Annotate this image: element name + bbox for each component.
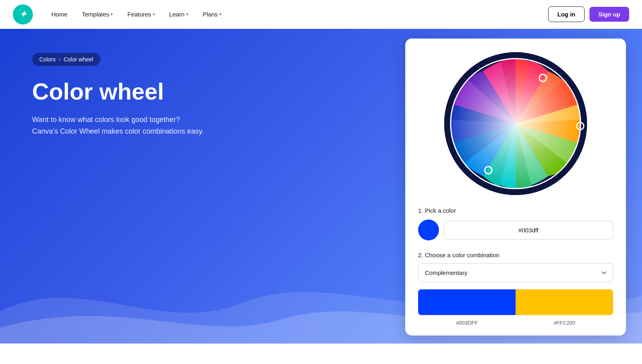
chevron-down-icon: ▾ xyxy=(219,12,221,16)
nav-links: Home Templates ▾ Features ▾ Learn ▾ Plan… xyxy=(46,8,548,21)
logo[interactable]: ✦ xyxy=(13,4,33,24)
chevron-down-icon: ▾ xyxy=(153,12,155,16)
color-wheel-svg[interactable] xyxy=(443,51,588,196)
breadcrumb-separator: › xyxy=(59,57,60,62)
color-swatch[interactable] xyxy=(418,220,439,240)
breadcrumb: Colors › Color wheel xyxy=(32,53,100,66)
breadcrumb-colors-link[interactable]: Colors xyxy=(39,56,55,63)
nav-features[interactable]: Features ▾ xyxy=(122,8,160,21)
logo-text: ✦ xyxy=(19,9,26,20)
hero-desc-line1: Want to know what colors look good toget… xyxy=(32,116,180,124)
nav-templates[interactable]: Templates ▾ xyxy=(76,8,118,21)
hero-title: Color wheel xyxy=(32,79,381,104)
swatch-label-2: #FFC200 xyxy=(516,320,613,326)
choose-combination-label: 2. Choose a color combination xyxy=(418,252,613,258)
swatch-yellow xyxy=(516,289,613,315)
nav-home-label: Home xyxy=(51,11,67,18)
wheel-wrapper xyxy=(443,51,588,196)
svg-point-2 xyxy=(451,59,581,189)
signup-button[interactable]: Sign up xyxy=(589,7,629,22)
swatches-labels: #003DFF #FFC200 xyxy=(418,320,613,326)
wheel-handle-right[interactable] xyxy=(577,122,584,130)
swatches-bar xyxy=(418,289,613,315)
swatch-blue xyxy=(418,289,516,315)
nav-plans[interactable]: Plans ▾ xyxy=(197,8,227,21)
hero-description: Want to know what colors look good toget… xyxy=(32,114,249,137)
nav-plans-label: Plans xyxy=(203,11,218,18)
chevron-down-icon: ▾ xyxy=(186,12,188,16)
nav-home[interactable]: Home xyxy=(46,8,73,21)
chevron-down-icon: ▾ xyxy=(111,12,113,16)
hero-desc-line2: Canva's Color Wheel makes color combinat… xyxy=(32,127,204,135)
lower-section: Color theory and the color wheel Ever wo… xyxy=(0,344,642,364)
wheel-container xyxy=(418,51,613,196)
nav-actions: Log in Sign up xyxy=(548,6,629,22)
wheel-handle-top[interactable] xyxy=(539,74,547,81)
hero-section: Colors › Color wheel Color wheel Want to… xyxy=(0,29,642,344)
swatch-label-1: #003DFF xyxy=(418,320,516,326)
color-picker-row xyxy=(418,220,613,240)
hero-left: Colors › Color wheel Color wheel Want to… xyxy=(0,29,397,344)
color-hex-input[interactable] xyxy=(444,221,613,240)
combination-select[interactable]: Complementary Monochromatic Analogous Tr… xyxy=(418,263,613,282)
breadcrumb-current: Color wheel xyxy=(63,56,93,63)
nav-features-label: Features xyxy=(127,11,151,18)
navbar: ✦ Home Templates ▾ Features ▾ Learn ▾ Pl… xyxy=(0,0,642,29)
pick-color-label: 1. Pick a color xyxy=(418,207,613,214)
color-wheel-card: 1. Pick a color 2. Choose a color combin… xyxy=(405,39,626,336)
nav-learn-label: Learn xyxy=(169,11,185,18)
nav-templates-label: Templates xyxy=(82,11,109,18)
login-button[interactable]: Log in xyxy=(548,6,585,22)
nav-learn[interactable]: Learn ▾ xyxy=(164,8,194,21)
wheel-handle-bottom[interactable] xyxy=(485,167,492,174)
